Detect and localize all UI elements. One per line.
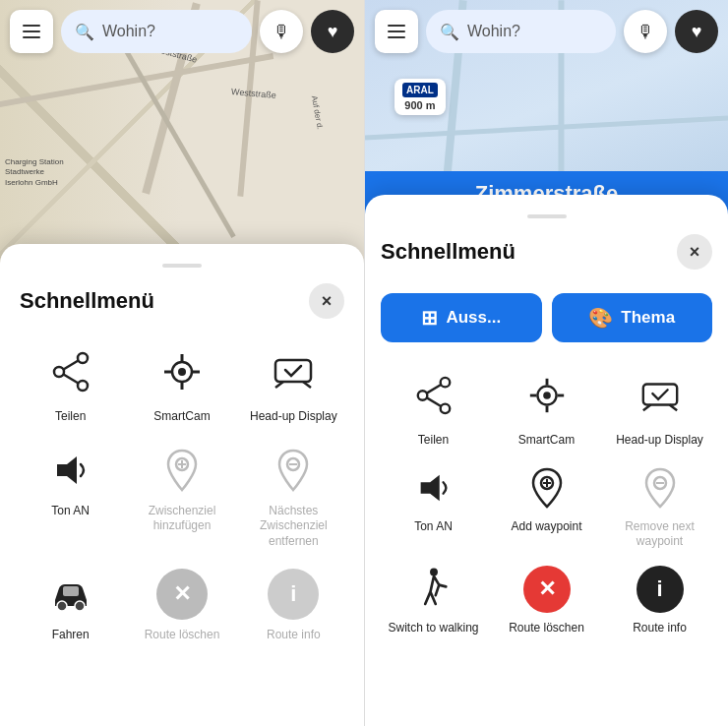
svg-point-18 — [57, 601, 67, 611]
left-panel: Weststraße Weststraße Charging StationSt… — [0, 0, 364, 726]
svg-line-3 — [63, 361, 78, 370]
aral-logo: ARAL — [402, 83, 438, 97]
menu-label-removenext-right: Remove next waypoint — [607, 519, 712, 550]
search-icon-left: 🔍 — [75, 23, 94, 41]
ausstattung-label: Auss... — [446, 308, 501, 328]
route-delete-icon-right: ✕ — [523, 566, 571, 613]
svg-marker-12 — [57, 456, 77, 484]
route-info-icon-right: i — [637, 566, 684, 613]
action-buttons-row: ⊞ Auss... 🎨 Thema — [381, 293, 712, 342]
menu-item-headup-right[interactable]: Head-up Display — [607, 366, 712, 449]
headup-icon-right — [631, 366, 690, 425]
menu-label-headup-right: Head-up Display — [616, 433, 703, 449]
heart-button-right[interactable]: ♥ — [675, 10, 718, 53]
ausstattung-button[interactable]: ⊞ Auss... — [381, 293, 542, 342]
svg-point-26 — [417, 391, 427, 400]
heart-button-left[interactable]: ♥ — [311, 10, 354, 53]
menu-label-fahren-left: Fahren — [52, 628, 90, 643]
menu-item-addwaypoint-right[interactable]: Add waypoint — [494, 464, 599, 550]
pin-remove-icon-right — [637, 464, 684, 512]
svg-point-42 — [430, 568, 438, 575]
map-label-auf: Auf der d. — [310, 95, 325, 131]
menu-item-routeloeschen-left[interactable]: ✕ Route löschen — [131, 569, 232, 643]
thema-button[interactable]: 🎨 Thema — [552, 293, 713, 342]
menu-item-routeinfo-left[interactable]: i Route info — [243, 569, 344, 643]
close-icon-right: × — [690, 242, 700, 263]
menu-label-tonan-right: Ton AN — [414, 519, 453, 535]
sheet-title-left: Schnellmenü — [20, 288, 154, 314]
svg-point-2 — [54, 367, 64, 377]
svg-rect-20 — [63, 586, 79, 596]
walk-icon-right — [410, 566, 457, 613]
menu-item-routeloeschen-right[interactable]: ✕ Route löschen — [494, 566, 599, 636]
search-wrapper-right[interactable]: 🔍 Wohin? — [426, 10, 616, 53]
menu-item-smartcam-right[interactable]: SmartCam — [494, 366, 599, 449]
smartcam-icon-left — [152, 342, 212, 401]
share-icon-left — [41, 342, 100, 401]
map-right: ARAL 900 m Zimmerstraße 🔍 Wohin? 🎙 ♥ — [365, 0, 728, 216]
menu-item-teilen-left[interactable]: Teilen — [20, 342, 121, 425]
menu-label-naechstes-left: Nächstes Zwischenziel entfernen — [243, 504, 344, 550]
search-bar-left: 🔍 Wohin? 🎙 ♥ — [10, 10, 354, 53]
menu-button-right[interactable] — [375, 10, 418, 53]
svg-line-4 — [63, 375, 78, 384]
search-bar-right: 🔍 Wohin? 🎙 ♥ — [375, 10, 718, 53]
menu-item-zwischenziel-left[interactable]: Zwischenziel hinzufügen — [131, 445, 232, 550]
menu-item-headup-left[interactable]: Head-up Display — [243, 342, 344, 425]
menu-label-teilen-left: Teilen — [55, 409, 86, 425]
sheet-handle-left — [162, 264, 202, 268]
menu-label-routeinfo-left: Route info — [267, 628, 321, 643]
search-placeholder-left: Wohin? — [102, 23, 238, 40]
menu-item-routeinfo-right[interactable]: i Route info — [607, 566, 712, 636]
route-delete-icon-left: ✕ — [156, 569, 208, 620]
menu-label-addwaypoint-right: Add waypoint — [511, 519, 581, 535]
car-icon-left — [45, 569, 96, 620]
menu-label-routeloeschen-right: Route löschen — [509, 621, 584, 636]
menu-item-removenext-right[interactable]: Remove next waypoint — [607, 464, 712, 550]
menu-item-switchwalking-right[interactable]: Switch to walking — [381, 566, 486, 636]
smartcam-icon-right — [517, 366, 576, 425]
map-label-weststrasse2: Weststraße — [231, 87, 277, 100]
mic-button-right[interactable]: 🎙 — [624, 10, 667, 53]
bottom-sheet-right: Schnellmenü × ⊞ Auss... 🎨 Thema — [365, 195, 728, 726]
mic-button-left[interactable]: 🎙 — [260, 10, 303, 53]
svg-line-27 — [426, 385, 440, 393]
sheet-header-right: Schnellmenü × — [381, 234, 712, 270]
menu-button-left[interactable] — [10, 10, 53, 53]
svg-point-1 — [78, 381, 88, 391]
menu-item-tonan-left[interactable]: Ton AN — [20, 445, 121, 550]
menu-grid-right: Teilen SmartCam — [381, 366, 712, 635]
search-icon-right: 🔍 — [440, 23, 459, 41]
route-info-icon-left: i — [268, 569, 319, 620]
menu-item-fahren-left[interactable]: Fahren — [20, 569, 121, 643]
svg-rect-35 — [642, 385, 676, 405]
menu-label-headup-left: Head-up Display — [250, 409, 337, 425]
menu-label-routeinfo-right: Route info — [633, 621, 687, 636]
svg-rect-11 — [275, 360, 311, 382]
grid-icon: ⊞ — [421, 306, 438, 330]
menu-label-switchwalking-right: Switch to walking — [388, 621, 478, 636]
svg-point-24 — [440, 378, 450, 388]
pin-remove-icon-left — [268, 445, 319, 496]
search-wrapper-left[interactable]: 🔍 Wohin? — [61, 10, 252, 53]
menu-label-tonan-left: Ton AN — [51, 504, 90, 519]
menu-item-teilen-right[interactable]: Teilen — [381, 366, 486, 449]
aral-badge: ARAL 900 m — [394, 79, 446, 115]
close-button-left[interactable]: × — [309, 283, 344, 319]
menu-label-routeloeschen-left: Route löschen — [145, 628, 220, 643]
map-label-charging: Charging StationStadtwerkeIserlohn GmbH — [5, 157, 64, 188]
svg-point-19 — [75, 601, 85, 611]
menu-label-smartcam-left: SmartCam — [153, 409, 210, 425]
aral-distance: 900 m — [404, 99, 435, 111]
sheet-header-left: Schnellmenü × — [20, 283, 344, 319]
svg-point-6 — [178, 368, 186, 376]
bottom-sheet-left: Schnellmenü × Teilen — [0, 244, 364, 726]
svg-point-0 — [78, 353, 88, 363]
close-icon-left: × — [322, 291, 333, 312]
menu-item-tonan-right[interactable]: Ton AN — [381, 464, 486, 550]
menu-item-naechstes-left[interactable]: Nächstes Zwischenziel entfernen — [243, 445, 344, 550]
close-button-right[interactable]: × — [677, 234, 712, 270]
menu-item-smartcam-left[interactable]: SmartCam — [131, 342, 232, 425]
palette-icon: 🎨 — [588, 306, 613, 330]
search-placeholder-right: Wohin? — [467, 23, 602, 40]
